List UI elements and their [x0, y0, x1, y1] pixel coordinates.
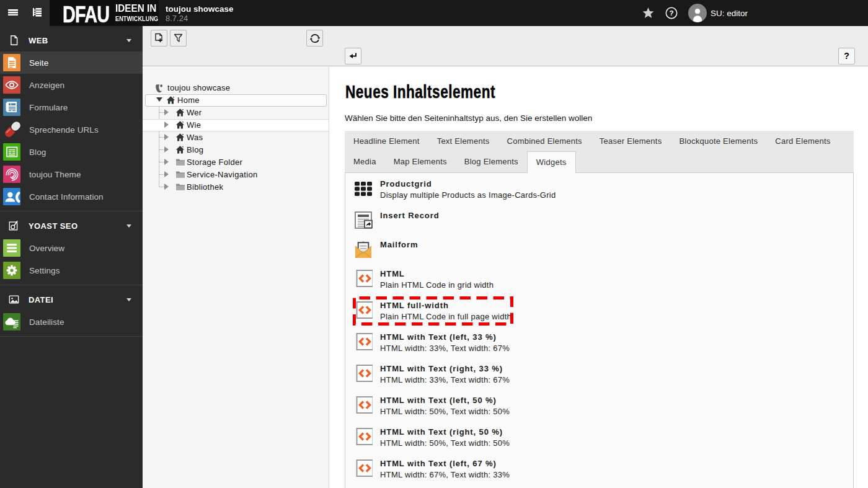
- svg-text:?: ?: [669, 9, 673, 17]
